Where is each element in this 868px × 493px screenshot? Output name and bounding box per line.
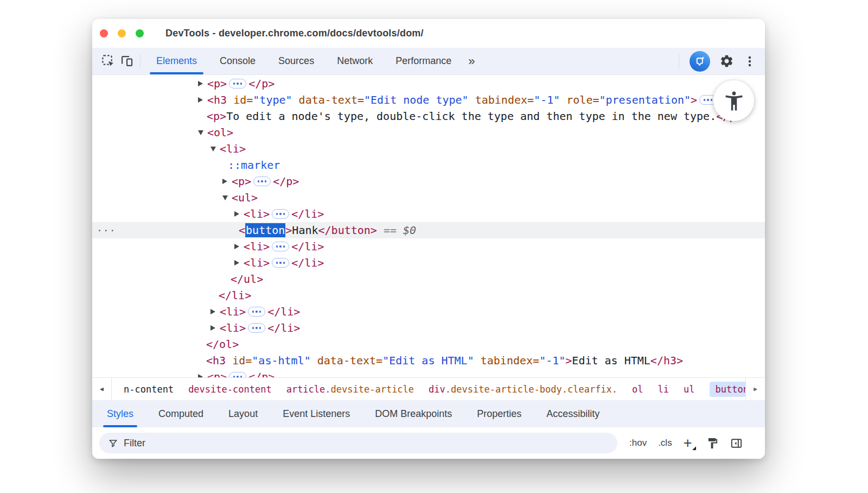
- dom-tree-row[interactable]: <ol>: [92, 124, 765, 141]
- dom-tree-row[interactable]: <p></p>: [92, 173, 765, 189]
- filter-input[interactable]: [124, 438, 613, 449]
- close-button[interactable]: [100, 29, 108, 37]
- breadcrumb-scroll-left-icon[interactable]: ◀: [92, 378, 112, 400]
- accessibility-person-icon: [713, 80, 754, 121]
- collapsed-content-ellipsis-icon[interactable]: [229, 372, 246, 377]
- expand-arrow-icon[interactable]: [198, 374, 207, 377]
- dom-tree-row[interactable]: <p>To edit a node's type, double-click t…: [92, 108, 765, 124]
- collapse-arrow-icon[interactable]: [210, 147, 220, 151]
- code-token-tag: >: [285, 224, 292, 237]
- tab-styles[interactable]: Styles: [94, 400, 146, 427]
- dom-tree-row[interactable]: </ol>: [92, 336, 765, 352]
- collapsed-content-ellipsis-icon[interactable]: [272, 258, 289, 268]
- inspect-icon[interactable]: [99, 48, 117, 74]
- breadcrumb-item-ol[interactable]: ol: [632, 384, 643, 395]
- breadcrumb-scroll-right-icon[interactable]: ▶: [745, 378, 765, 400]
- code-token-attr: data-text=: [292, 93, 364, 106]
- collapse-arrow-icon[interactable]: [222, 195, 232, 200]
- breadcrumb-item-button-selected[interactable]: button: [710, 382, 745, 397]
- code-token-tag: <p>: [232, 175, 251, 188]
- class-toggle[interactable]: .cls: [658, 438, 672, 448]
- code-token-tag: <li>: [244, 240, 270, 253]
- tab-computed[interactable]: Computed: [146, 400, 216, 427]
- tab-console[interactable]: Console: [208, 48, 267, 74]
- code-token-val: "-1": [534, 93, 560, 106]
- collapsed-content-ellipsis-icon[interactable]: [248, 307, 265, 317]
- expand-arrow-icon[interactable]: [210, 309, 220, 314]
- tab-properties[interactable]: Properties: [464, 400, 534, 427]
- dom-tree-row[interactable]: <p></p>: [92, 369, 765, 377]
- more-tabs-icon[interactable]: »: [463, 48, 479, 74]
- more-options-kebab-icon[interactable]: [743, 55, 756, 68]
- tab-event-listeners[interactable]: Event Listeners: [270, 400, 362, 427]
- filter-field[interactable]: [99, 433, 617, 453]
- collapsed-content-ellipsis-icon[interactable]: [253, 176, 271, 186]
- pseudo-state-toggle[interactable]: :hov: [629, 438, 647, 448]
- tab-layout[interactable]: Layout: [216, 400, 270, 427]
- zoom-button[interactable]: [136, 29, 144, 37]
- dom-tree-row[interactable]: ::marker: [92, 157, 765, 173]
- dom-tree-row-selected[interactable]: ···<button>Hank</button> == $0: [92, 222, 765, 238]
- breadcrumb-item-main-content[interactable]: n-content: [124, 384, 174, 395]
- code-token-val: "presentation": [599, 93, 691, 106]
- tab-elements[interactable]: Elements: [145, 48, 208, 74]
- ai-assistant-icon[interactable]: [690, 51, 710, 72]
- breadcrumb-item-article[interactable]: article.devsite-article: [286, 384, 414, 395]
- code-token-attr: tabindex=: [469, 93, 534, 106]
- arrow-triangle: [198, 130, 203, 135]
- dom-tree-row[interactable]: <li></li>: [92, 304, 765, 320]
- dom-tree-row[interactable]: <li></li>: [92, 206, 765, 222]
- dom-tree-row[interactable]: <p></p>: [92, 75, 765, 92]
- dom-tree-row[interactable]: <ul>: [92, 189, 765, 206]
- arrow-triangle: [222, 195, 228, 200]
- code-token-tag: </ol>: [206, 338, 239, 351]
- toggle-sidebar-icon[interactable]: [730, 437, 743, 450]
- expand-arrow-icon[interactable]: [210, 325, 220, 331]
- code-token-attr: id=: [227, 93, 253, 106]
- arrow-triangle: [198, 97, 203, 103]
- expand-arrow-icon[interactable]: [234, 211, 244, 217]
- row-overflow-menu-icon[interactable]: ···: [97, 225, 116, 236]
- tab-accessibility[interactable]: Accessibility: [534, 400, 612, 427]
- dom-tree-row[interactable]: <li></li>: [92, 238, 765, 255]
- collapsed-content-ellipsis-icon[interactable]: [272, 242, 289, 251]
- code-token-tag: </button>: [318, 224, 377, 237]
- dom-tree-row[interactable]: <h3 id="type" data-text="Edit node type"…: [92, 92, 765, 108]
- expand-arrow-icon[interactable]: [234, 244, 244, 249]
- breadcrumb-item-devsite-content[interactable]: devsite-content: [188, 384, 272, 395]
- settings-gear-icon[interactable]: [719, 54, 734, 68]
- dom-tree-row[interactable]: <h3 id="as-html" data-text="Edit as HTML…: [92, 352, 765, 369]
- rendering-emulation-icon[interactable]: [706, 437, 719, 450]
- expand-arrow-icon[interactable]: [222, 179, 232, 184]
- dom-tree-row[interactable]: <li></li>: [92, 320, 765, 336]
- collapsed-content-ellipsis-icon[interactable]: [248, 323, 265, 333]
- dom-tree-row[interactable]: <li></li>: [92, 255, 765, 271]
- device-toolbar-icon[interactable]: [117, 48, 136, 74]
- collapse-arrow-icon[interactable]: [198, 130, 207, 135]
- dom-tree-row[interactable]: <li>: [92, 141, 765, 157]
- filter-controls: :hov .cls +: [629, 437, 743, 450]
- dom-tree-row[interactable]: </ul>: [92, 271, 765, 287]
- breadcrumb-item-ul[interactable]: ul: [684, 384, 694, 395]
- expand-arrow-icon[interactable]: [198, 97, 207, 103]
- code-token-tag: <: [239, 224, 245, 237]
- expand-arrow-icon[interactable]: [234, 260, 244, 266]
- code-token-attr: id=: [226, 354, 252, 367]
- dom-tree-row[interactable]: </li>: [92, 287, 765, 304]
- tab-performance[interactable]: Performance: [384, 48, 463, 74]
- breadcrumb-item-li[interactable]: li: [658, 384, 669, 395]
- code-token-tag: </h3>: [650, 354, 683, 367]
- code-token-tag: </li>: [267, 305, 300, 318]
- breadcrumb-item-div[interactable]: div.devsite-article-body.clearfix.: [429, 384, 617, 395]
- arrow-triangle: [234, 260, 239, 266]
- collapsed-content-ellipsis-icon[interactable]: [272, 209, 289, 219]
- code-token-tag: </li>: [291, 207, 324, 220]
- tab-dom-breakpoints[interactable]: DOM Breakpoints: [362, 400, 464, 427]
- code-token-tag: >: [691, 93, 697, 106]
- collapsed-content-ellipsis-icon[interactable]: [229, 79, 246, 89]
- new-style-rule-button[interactable]: +: [684, 438, 692, 448]
- expand-arrow-icon[interactable]: [198, 81, 207, 86]
- tab-network[interactable]: Network: [326, 48, 384, 74]
- tab-sources[interactable]: Sources: [267, 48, 326, 74]
- minimize-button[interactable]: [118, 29, 126, 37]
